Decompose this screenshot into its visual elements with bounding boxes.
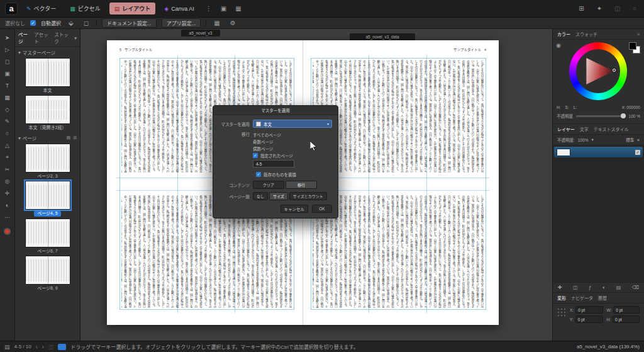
document-settings-button[interactable]: ドキュメント設定... <box>102 18 157 28</box>
layer-row-selected[interactable]: ✓ <box>554 147 643 157</box>
next-page-icon[interactable]: › <box>42 344 44 350</box>
cancel-button[interactable]: キャンセル <box>280 205 309 213</box>
more-tools-icon[interactable]: ⋯ <box>0 211 14 223</box>
page-indicator[interactable]: 4-5 / 10 <box>14 344 31 349</box>
master-page-item[interactable]: 本文 <box>15 58 80 93</box>
clear-button[interactable]: クリア <box>253 181 284 189</box>
preview-mode-icon[interactable]: ◫ <box>48 344 54 350</box>
page-options-icon[interactable]: ▤ <box>67 135 71 140</box>
checkbox-checked-icon[interactable]: ✓ <box>253 153 258 158</box>
anchor-selector[interactable] <box>557 308 566 317</box>
page-thumbnail[interactable] <box>25 256 70 285</box>
master-thumbnail[interactable] <box>25 58 70 87</box>
option-odd-pages[interactable]: 奇数ページ <box>253 138 294 145</box>
contrast-tool[interactable]: ◐ <box>0 199 14 211</box>
persona-canva-ai[interactable]: ◈ Canva AI <box>159 4 199 14</box>
slider-knob[interactable] <box>621 113 626 118</box>
shortcuts-icon[interactable] <box>58 344 66 350</box>
prev-page-icon[interactable]: ‹ <box>36 344 38 350</box>
add-layer-icon[interactable]: ✚ <box>558 285 562 290</box>
opacity-slider[interactable] <box>576 115 626 117</box>
tab-character[interactable]: 文字 <box>580 126 589 132</box>
option-all-pages[interactable]: すべてのページ <box>253 131 294 138</box>
x-input[interactable]: 0 pt <box>575 306 602 314</box>
opacity-value[interactable]: 100 % <box>629 114 640 118</box>
align-icon[interactable]: ≈ <box>631 5 640 12</box>
crop-tool[interactable]: ⌖ <box>0 151 14 163</box>
ok-button[interactable]: OK <box>312 205 332 213</box>
auto-select-checkbox[interactable]: ✓ <box>30 20 36 26</box>
page-thumbnail[interactable] <box>25 181 70 210</box>
layer-opacity-value[interactable]: 100% <box>578 138 589 142</box>
selection-mode-icon[interactable]: ⬙ <box>66 20 76 26</box>
match-size-count-button[interactable]: サイズとカウント <box>289 192 327 200</box>
pages-overview-icon[interactable]: ▤ <box>4 344 10 350</box>
layer-list[interactable]: ✓ <box>553 145 644 283</box>
pages-header[interactable]: ▾ ページ ▤ ⊞ <box>15 133 80 144</box>
node-tool[interactable]: ▷ <box>0 43 14 55</box>
match-size-button[interactable]: サイズ <box>269 192 288 200</box>
page-thumbnail[interactable] <box>25 144 70 173</box>
panel-menu-icon[interactable]: ≡ <box>637 32 640 37</box>
scissors-tool[interactable]: ✂ <box>0 163 14 175</box>
tab-layers[interactable]: レイヤー <box>557 126 575 132</box>
gear-icon[interactable]: ⚙ <box>228 20 238 26</box>
persona-vector[interactable]: ✎ ベクター <box>21 3 61 14</box>
mask-layer-icon[interactable]: ◫ <box>573 285 578 290</box>
tab-pages[interactable]: ページ <box>18 31 31 45</box>
ellipse-tool[interactable]: ○ <box>0 127 14 139</box>
master-thumbnail[interactable] <box>25 95 70 124</box>
grid-icon[interactable]: ▦ <box>233 5 243 12</box>
layer-visibility-checkbox[interactable]: ✓ <box>635 150 640 155</box>
adjustment-icon[interactable]: ◐ <box>602 285 606 290</box>
tab-color[interactable]: カラー <box>557 31 570 37</box>
panel-caret-icon[interactable]: ▾ <box>74 35 77 41</box>
tab-history[interactable]: 履歴 <box>598 295 607 301</box>
panel-menu-icon[interactable]: ≡ <box>637 138 640 142</box>
document-tab[interactable]: a5_novel_v3 <box>181 30 220 37</box>
tab-stock[interactable]: ストック <box>54 31 71 45</box>
hex-value[interactable]: 000000 <box>626 105 640 110</box>
pen-tool[interactable]: ✎ <box>0 115 14 127</box>
w-input[interactable]: 0 pt <box>613 306 640 314</box>
delete-layer-icon[interactable]: ⌫ <box>632 285 639 290</box>
page-range-input[interactable]: 4-5 <box>253 160 294 167</box>
canvas[interactable]: a5_novel_v3 a5_novel_v3_data 5 サンプルタイトル … <box>80 29 552 341</box>
fx-icon[interactable]: ƒ <box>589 285 591 290</box>
overflow-menu-icon[interactable]: ⋮ <box>203 5 214 12</box>
match-none-button[interactable]: なし <box>253 192 268 200</box>
color-wheel[interactable] <box>569 42 627 100</box>
h-input[interactable]: 0 pt <box>613 315 640 323</box>
page-spread-item-selected[interactable]: ページ4, 5 <box>15 181 80 216</box>
effects-icon[interactable]: ✦ <box>594 5 604 12</box>
page-thumbnail[interactable] <box>25 219 70 247</box>
tab-navigator[interactable]: ナビゲータ <box>571 295 593 301</box>
shape-tool[interactable]: ◇ <box>0 103 14 115</box>
picture-frame-tool[interactable]: ▣ <box>0 67 14 79</box>
app-settings-button[interactable]: アプリ設定... <box>162 18 201 28</box>
replace-existing-checkbox[interactable]: ✓ <box>256 172 261 177</box>
document-tab-active[interactable]: a5_novel_v3_data <box>350 33 415 40</box>
master-select-dropdown[interactable]: 本文 ▾ <box>253 120 332 128</box>
tab-swatches[interactable]: スウォッチ <box>575 31 597 37</box>
persona-pixel[interactable]: ▦ ピクセル <box>65 3 106 14</box>
chevron-down-icon[interactable]: ▾ <box>591 137 593 142</box>
tab-text-styles[interactable]: テキストスタイル <box>594 126 629 132</box>
page-spread-item[interactable]: ページ2, 3 <box>15 144 80 179</box>
group-icon[interactable]: ▤ <box>616 285 621 290</box>
persona-layout[interactable]: ▤ レイアウト <box>109 3 156 14</box>
black-swatch[interactable] <box>629 42 636 50</box>
tab-transform[interactable]: 変形 <box>557 295 566 301</box>
frame-text-tool[interactable]: ◻ <box>0 55 14 67</box>
page-spread-item[interactable]: ページ8, 9 <box>15 256 80 291</box>
eyedropper-icon[interactable]: ◉ <box>556 42 561 48</box>
snapshot-icon[interactable]: ▣ <box>218 5 229 12</box>
move-tool[interactable]: ➤ <box>0 31 14 43</box>
option-specified-pages[interactable]: ✓ 指定されたページ <box>253 152 294 159</box>
table-tool[interactable]: ▦ <box>0 91 14 103</box>
page-spread-item[interactable]: ページ6, 7 <box>15 219 80 254</box>
master-page-item[interactable]: 本文（見開き2段） <box>15 95 80 130</box>
grid-settings-icon[interactable]: ▦ <box>211 20 222 26</box>
artistic-text-tool[interactable]: T <box>0 79 14 91</box>
add-page-icon[interactable]: ⊞ <box>73 135 77 140</box>
